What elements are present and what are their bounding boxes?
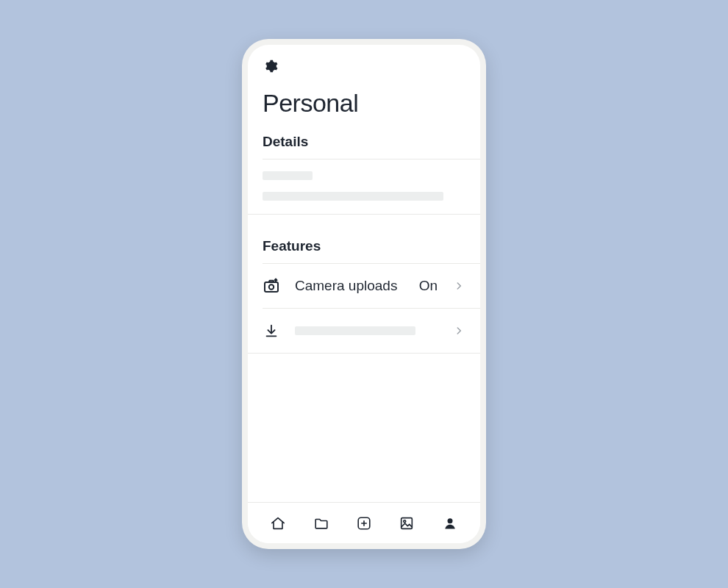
bottom-tab-bar [248,502,480,543]
tab-files[interactable] [311,513,332,534]
svg-rect-3 [402,517,413,528]
skeleton-line [263,171,313,180]
svg-point-5 [447,518,452,523]
chevron-right-icon [452,279,465,293]
row-value: On [419,278,438,294]
skeleton-line [295,326,438,335]
details-placeholder [248,159,480,214]
top-bar [248,45,480,77]
camera-upload-icon [263,277,280,295]
row-download-placeholder[interactable] [248,309,480,353]
page-title: Personal [248,77,480,128]
row-label: Camera uploads [295,278,404,294]
svg-point-4 [404,520,406,522]
settings-gear-icon[interactable] [263,58,279,74]
tab-home[interactable] [268,513,288,534]
skeleton-line [263,192,443,201]
tab-photos[interactable] [396,513,417,534]
phone-frame: Personal Details Features Camera uploads [242,39,486,549]
chevron-right-icon [452,324,465,337]
screen: Personal Details Features Camera uploads [248,45,480,543]
row-camera-uploads[interactable]: Camera uploads On [248,264,480,308]
tab-add[interactable] [354,513,374,534]
svg-rect-0 [265,282,278,292]
section-heading-features: Features [248,232,480,263]
tab-account[interactable] [440,513,460,534]
svg-point-1 [269,284,274,289]
section-heading-details: Details [248,128,480,159]
download-icon [263,322,280,340]
